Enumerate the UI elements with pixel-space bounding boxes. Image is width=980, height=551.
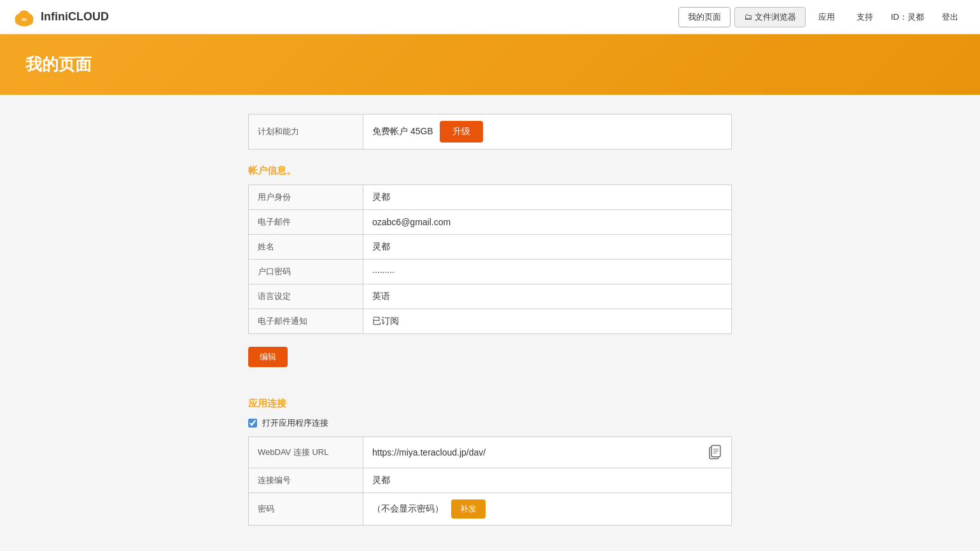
- plan-table: 计划和能力 免费帐户 45GB 升级: [248, 114, 732, 150]
- row-label: 用户身份: [249, 185, 363, 210]
- my-page-button[interactable]: 我的页面: [678, 7, 731, 27]
- edit-button[interactable]: 编辑: [248, 347, 288, 367]
- plan-row: 计划和能力 免费帐户 45GB 升级: [249, 115, 732, 150]
- webdav-url-text: https://miya.teracloud.jp/dav/: [372, 447, 486, 457]
- url-cell: https://miya.teracloud.jp/dav/: [372, 443, 722, 461]
- table-row: 用户身份 灵都: [249, 185, 732, 210]
- row-value: 灵都: [363, 235, 732, 260]
- app-connection-title: 应用连接: [248, 398, 732, 410]
- password-value-cell: （不会显示密码） 补发: [363, 493, 732, 526]
- logo-icon: ∞: [13, 6, 36, 29]
- logo-text: InfiniCLOUD: [41, 10, 109, 24]
- apps-button[interactable]: 应用: [809, 8, 844, 27]
- logout-button[interactable]: 登出: [933, 8, 967, 27]
- table-row: 电子邮件通知 已订阅: [249, 309, 732, 334]
- app-connection-checkbox-label: 打开应用程序连接: [262, 417, 328, 429]
- row-label: 电子邮件通知: [249, 309, 363, 334]
- upgrade-button[interactable]: 升级: [440, 121, 483, 143]
- password-row-content: （不会显示密码） 补发: [372, 499, 722, 519]
- connection-id-row: 连接编号 灵都: [249, 468, 732, 493]
- plan-value-cell: 免费帐户 45GB 升级: [363, 115, 732, 150]
- table-row: 姓名 灵都: [249, 235, 732, 260]
- svg-text:∞: ∞: [22, 15, 27, 23]
- user-id-label: ID：灵都: [886, 11, 929, 23]
- app-connection-checkbox[interactable]: [248, 419, 257, 428]
- account-section-title: 帐户信息。: [248, 165, 732, 177]
- main-content: 计划和能力 免费帐户 45GB 升级 帐户信息。 用户身份 灵都 电子邮件 oz…: [235, 114, 745, 526]
- file-browser-button[interactable]: 🗂 文件浏览器: [734, 7, 806, 27]
- password-label: 密码: [249, 493, 363, 526]
- regenerate-password-button[interactable]: 补发: [451, 499, 486, 519]
- nav-area: 我的页面 🗂 文件浏览器 应用 支持 ID：灵都 登出: [678, 7, 967, 27]
- connection-id-value: 灵都: [363, 468, 732, 493]
- plan-label: 计划和能力: [249, 115, 363, 150]
- row-label: 电子邮件: [249, 210, 363, 235]
- page-title: 我的页面: [25, 53, 955, 76]
- header: ∞ InfiniCLOUD 我的页面 🗂 文件浏览器 应用 支持 ID：灵都 登…: [0, 0, 980, 34]
- copy-icon[interactable]: [707, 443, 722, 461]
- table-row: 语言设定 英语: [249, 284, 732, 309]
- row-label: 语言设定: [249, 284, 363, 309]
- plan-value-text: 免费帐户 45GB: [372, 126, 433, 137]
- row-value: ·········: [363, 260, 732, 284]
- file-browser-label: 文件浏览器: [755, 11, 796, 23]
- row-label: 户口密码: [249, 260, 363, 284]
- logo-area: ∞ InfiniCLOUD: [13, 6, 678, 29]
- table-row: 电子邮件 ozabc6@gmail.com: [249, 210, 732, 235]
- row-value: 已订阅: [363, 309, 732, 334]
- webdav-url-label: WebDAV 连接 URL: [249, 437, 363, 468]
- webdav-table: WebDAV 连接 URL https://miya.teracloud.jp/…: [248, 436, 732, 526]
- webdav-url-value-cell: https://miya.teracloud.jp/dav/: [363, 437, 732, 468]
- plan-value-row: 免费帐户 45GB 升级: [372, 121, 722, 143]
- password-row: 密码 （不会显示密码） 补发: [249, 493, 732, 526]
- table-row: 户口密码 ·········: [249, 260, 732, 284]
- row-value: 灵都: [363, 185, 732, 210]
- support-button[interactable]: 支持: [848, 8, 882, 27]
- account-info-table: 用户身份 灵都 电子邮件 ozabc6@gmail.com 姓名 灵都 户口密码…: [248, 185, 732, 334]
- hero-banner: 我的页面: [0, 34, 980, 95]
- row-label: 姓名: [249, 235, 363, 260]
- row-value: 英语: [363, 284, 732, 309]
- webdav-url-row: WebDAV 连接 URL https://miya.teracloud.jp/…: [249, 437, 732, 468]
- connection-id-label: 连接编号: [249, 468, 363, 493]
- password-placeholder-text: （不会显示密码）: [372, 503, 444, 515]
- file-browser-icon: 🗂: [744, 12, 752, 22]
- row-value: ozabc6@gmail.com: [363, 210, 732, 235]
- app-connection-checkbox-row: 打开应用程序连接: [248, 417, 732, 429]
